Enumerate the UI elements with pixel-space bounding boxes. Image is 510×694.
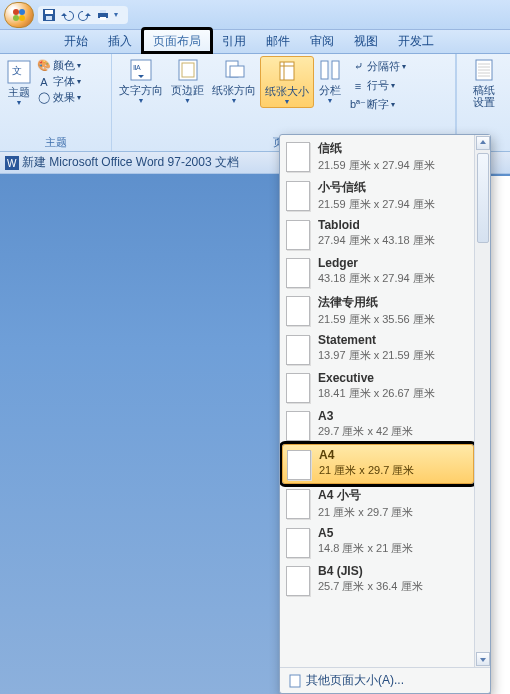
svg-rect-17	[230, 66, 244, 77]
save-icon[interactable]	[42, 8, 56, 22]
text-direction-button[interactable]: ⅡA 文字方向▼	[115, 56, 167, 106]
paper-size-item-tabloid[interactable]: Tabloid27.94 厘米 x 43.18 厘米	[282, 215, 474, 253]
svg-rect-6	[46, 16, 52, 20]
item-name: A3	[318, 409, 413, 423]
item-dim: 21 厘米 x 29.7 厘米	[319, 463, 414, 478]
theme-colors-button[interactable]: 🎨颜色▾	[37, 58, 81, 73]
dropdown-scrollbar[interactable]	[474, 135, 490, 667]
title-bar: ▾	[0, 0, 510, 30]
word-doc-icon: W	[5, 156, 19, 170]
margins-label: 页边距	[171, 84, 204, 96]
tab-developer[interactable]: 开发工	[388, 29, 444, 53]
svg-rect-9	[100, 17, 106, 20]
item-dim: 27.94 厘米 x 43.18 厘米	[318, 233, 435, 248]
undo-icon[interactable]	[60, 8, 74, 22]
theme-fonts-button[interactable]: A字体▾	[37, 74, 81, 89]
svg-text:文: 文	[12, 65, 22, 76]
paper-size-button[interactable]: 纸张大小▼	[260, 56, 314, 108]
line-numbers-label: 行号	[367, 78, 389, 93]
hyphenation-icon: bª⁻	[351, 98, 365, 112]
paper-size-item-ledger[interactable]: Ledger43.18 厘米 x 27.94 厘米	[282, 253, 474, 291]
page-icon	[286, 373, 310, 403]
item-name: Ledger	[318, 256, 435, 270]
theme-colors-label: 颜色	[53, 58, 75, 73]
line-numbers-icon: ≡	[351, 79, 365, 93]
paper-size-item-legal[interactable]: 法律专用纸21.59 厘米 x 35.56 厘米	[282, 291, 474, 330]
tab-references[interactable]: 引用	[212, 29, 256, 53]
document-edge	[490, 176, 510, 694]
item-name: Executive	[318, 371, 435, 385]
theme-effects-label: 效果	[53, 90, 75, 105]
group-themes-label: 主题	[3, 135, 108, 151]
colors-icon: 🎨	[37, 59, 51, 73]
orientation-button[interactable]: 纸张方向▼	[208, 56, 260, 106]
document-title: 新建 Microsoft Office Word 97-2003 文档	[22, 154, 239, 171]
svg-rect-8	[100, 10, 106, 13]
paper-size-item-a4[interactable]: A421 厘米 x 29.7 厘米	[282, 444, 474, 484]
fonts-icon: A	[37, 75, 51, 89]
svg-rect-19	[321, 61, 328, 79]
svg-rect-5	[45, 10, 53, 14]
item-dim: 21.59 厘米 x 27.94 厘米	[318, 197, 435, 212]
print-icon[interactable]	[96, 8, 110, 22]
office-button[interactable]	[4, 2, 34, 28]
page-icon	[286, 566, 310, 596]
tab-insert[interactable]: 插入	[98, 29, 142, 53]
theme-effects-button[interactable]: ◯效果▾	[37, 90, 81, 105]
tab-review[interactable]: 审阅	[300, 29, 344, 53]
effects-icon: ◯	[37, 91, 51, 105]
tab-mailings[interactable]: 邮件	[256, 29, 300, 53]
item-name: Statement	[318, 333, 435, 347]
paper-size-icon	[275, 59, 299, 83]
orientation-icon	[222, 58, 246, 82]
paper-size-item-a3[interactable]: A329.7 厘米 x 42 厘米	[282, 406, 474, 444]
writing-paper-button[interactable]: 稿纸 设置	[468, 56, 500, 110]
tab-page-layout[interactable]: 页面布局	[142, 28, 212, 53]
paper-size-item-executive[interactable]: Executive18.41 厘米 x 26.67 厘米	[282, 368, 474, 406]
qat-dropdown-icon[interactable]: ▾	[114, 10, 124, 19]
item-name: B4 (JIS)	[318, 564, 423, 578]
writing-paper-label: 稿纸	[473, 84, 495, 96]
svg-rect-20	[332, 61, 339, 79]
columns-button[interactable]: 分栏▼	[314, 56, 346, 106]
paper-size-item-letter-small[interactable]: 小号信纸21.59 厘米 x 27.94 厘米	[282, 176, 474, 215]
scroll-down-button[interactable]	[476, 652, 490, 666]
paper-size-item-statement[interactable]: Statement13.97 厘米 x 21.59 厘米	[282, 330, 474, 368]
paper-size-item-a4-small[interactable]: A4 小号21 厘米 x 29.7 厘米	[282, 484, 474, 523]
columns-label: 分栏	[319, 84, 341, 96]
line-numbers-button[interactable]: ≡行号▾	[349, 77, 408, 94]
page-icon	[286, 181, 310, 211]
page-icon	[288, 674, 302, 688]
item-dim: 18.41 厘米 x 26.67 厘米	[318, 386, 435, 401]
scroll-up-button[interactable]	[476, 136, 490, 150]
themes-label: 主题	[8, 86, 30, 98]
page-icon	[286, 411, 310, 441]
margins-button[interactable]: 页边距▼	[167, 56, 208, 106]
more-paper-sizes-button[interactable]: 其他页面大小(A)...	[280, 667, 490, 693]
breaks-button[interactable]: ⤶分隔符▾	[349, 58, 408, 75]
page-icon	[286, 258, 310, 288]
hyphenation-button[interactable]: bª⁻断字▾	[349, 96, 408, 113]
svg-point-2	[13, 15, 19, 21]
item-name: 信纸	[318, 140, 435, 157]
paper-size-item-b4-jis[interactable]: B4 (JIS)25.7 厘米 x 36.4 厘米	[282, 561, 474, 599]
item-name: 法律专用纸	[318, 294, 435, 311]
more-paper-sizes-label: 其他页面大小(A)...	[306, 672, 404, 689]
orientation-label: 纸张方向	[212, 84, 256, 96]
svg-text:ⅡA: ⅡA	[133, 64, 141, 71]
paper-size-dropdown: 信纸21.59 厘米 x 27.94 厘米 小号信纸21.59 厘米 x 27.…	[279, 134, 491, 694]
item-dim: 14.8 厘米 x 21 厘米	[318, 541, 413, 556]
tab-home[interactable]: 开始	[54, 29, 98, 53]
redo-icon[interactable]	[78, 8, 92, 22]
themes-button[interactable]: 文 主题 ▼	[3, 56, 35, 108]
page-icon	[286, 220, 310, 250]
item-name: A5	[318, 526, 413, 540]
tab-view[interactable]: 视图	[344, 29, 388, 53]
hyphenation-label: 断字	[367, 97, 389, 112]
item-name: A4	[319, 448, 414, 462]
paper-size-item-a5[interactable]: A514.8 厘米 x 21 厘米	[282, 523, 474, 561]
page-icon	[286, 142, 310, 172]
paper-size-item-letter[interactable]: 信纸21.59 厘米 x 27.94 厘米	[282, 137, 474, 176]
scroll-thumb[interactable]	[477, 153, 489, 243]
svg-point-1	[19, 9, 25, 15]
